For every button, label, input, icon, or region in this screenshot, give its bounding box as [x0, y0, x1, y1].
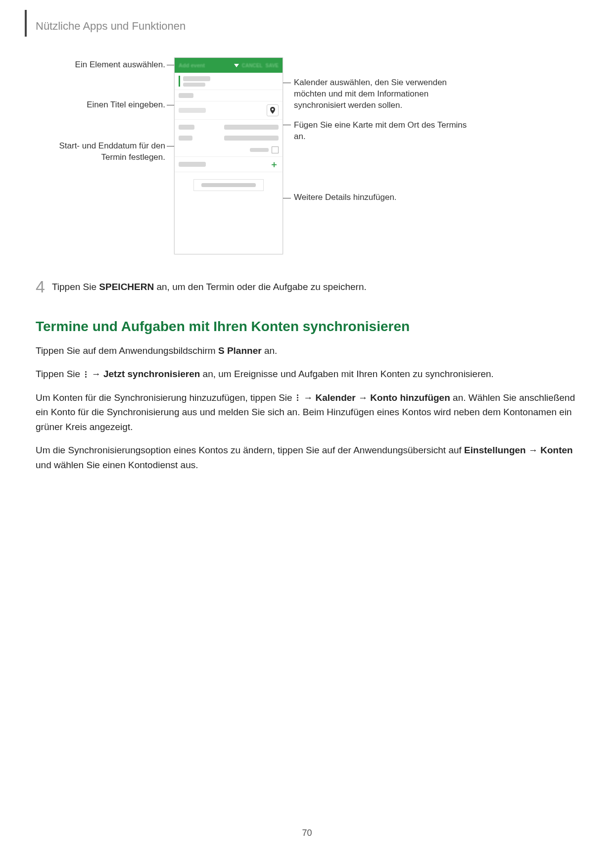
t: Kalender — [315, 392, 355, 403]
callout-attach-map: Fügen Sie eine Karte mit dem Ort des Ter… — [294, 120, 467, 143]
callout-enter-title: Einen Titel eingeben. — [36, 99, 165, 111]
more-icon — [295, 394, 301, 401]
t: → — [301, 392, 316, 403]
t: und wählen Sie einen Kontodienst aus. — [36, 460, 198, 470]
manual-page: Nützliche Apps und Funktionen Ein Elemen… — [0, 0, 614, 868]
t: Tippen Sie — [36, 369, 83, 379]
map-pin-icon — [267, 104, 279, 116]
screen-topbar: Add event CANCEL SAVE — [175, 58, 283, 73]
t: → — [89, 369, 103, 379]
more-options-button — [193, 179, 264, 191]
t: Einstellungen — [464, 445, 526, 455]
reminder-row: ＋ — [175, 156, 283, 172]
leader — [283, 125, 291, 125]
sync-p2: Tippen Sie → Jetzt synchronisieren an, u… — [36, 367, 578, 381]
header-rule — [25, 10, 27, 37]
more-icon — [83, 371, 89, 378]
callout-set-dates: Start- und Enddatum für den Termin festl… — [36, 141, 165, 163]
step-4: 4 Tippen Sie SPEICHERN an, um den Termin… — [36, 280, 578, 295]
blurred-text — [179, 108, 206, 113]
callout-choose-calendar: Kalender auswählen, den Sie verwenden mö… — [294, 77, 467, 111]
t: Konto hinzufügen — [370, 392, 450, 403]
sync-p1: Tippen Sie auf dem Anwendungsbildschirm … — [36, 343, 578, 358]
blurred-text — [224, 136, 279, 141]
sync-p3: Um Konten für die Synchronisierung hinzu… — [36, 390, 578, 434]
t: an, um den Termin oder die Aufgabe zu sp… — [154, 282, 367, 292]
sync-heading: Termine und Aufgaben mit Ihren Konten sy… — [36, 319, 578, 335]
t: Um Konten für die Synchronisierung hinzu… — [36, 392, 295, 403]
blurred-text — [201, 183, 256, 187]
allday-checkbox — [272, 146, 279, 153]
callout-select-item: Ein Element auswählen. — [36, 59, 165, 71]
phone-mock: Add event CANCEL SAVE — [174, 57, 283, 254]
annotated-screenshot: Ein Element auswählen. Einen Titel einge… — [36, 57, 578, 265]
step-text: Tippen Sie SPEICHERN an, um den Termin o… — [52, 280, 367, 294]
page-number: 70 — [0, 828, 614, 838]
save-blur: SAVE — [266, 63, 279, 68]
blurred-text — [179, 162, 206, 167]
blurred-text — [183, 76, 210, 81]
t: Konten — [540, 445, 572, 455]
t: → — [356, 392, 371, 403]
calendar-row — [175, 73, 283, 90]
blurred-text — [179, 125, 194, 130]
allday-row — [175, 145, 283, 156]
t: an. — [262, 345, 278, 356]
t: Jetzt synchronisieren — [103, 369, 200, 379]
t: → — [526, 445, 541, 455]
sync-p4: Um die Synchronisierungsoption eines Kon… — [36, 443, 578, 472]
calendar-color-bar — [179, 76, 180, 87]
cancel-blur: CANCEL — [242, 63, 263, 68]
t: Um die Synchronisierungsoption eines Kon… — [36, 445, 464, 455]
t: Tippen Sie — [52, 282, 99, 292]
t: SPEICHERN — [99, 282, 154, 292]
callout-more-details: Weitere Details hinzufügen. — [294, 192, 467, 203]
blurred-text — [224, 125, 279, 130]
title-row — [175, 90, 283, 101]
step-number: 4 — [36, 278, 45, 295]
t: an, um Ereignisse und Aufgaben mit Ihren… — [200, 369, 494, 379]
t: S Planner — [218, 345, 262, 356]
t: Tippen Sie auf dem Anwendungsbildschirm — [36, 345, 218, 356]
leader — [167, 146, 175, 146]
location-row — [175, 101, 283, 120]
plus-icon: ＋ — [270, 160, 279, 169]
dates-block — [175, 120, 283, 145]
blurred-text — [250, 148, 269, 152]
section-title: Nützliche Apps und Funktionen — [36, 15, 578, 33]
blurred-text — [183, 83, 205, 87]
blurred-text — [179, 93, 193, 98]
blurred-text — [179, 136, 192, 141]
